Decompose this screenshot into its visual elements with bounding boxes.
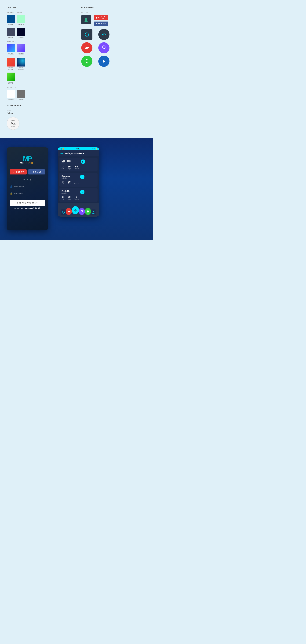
- exercise-name-0: Leg Press gym: [61, 160, 71, 164]
- gradient-label-2: #937FFA#5433FF: [18, 53, 23, 56]
- font-label: FONT: [7, 110, 72, 111]
- svg-point-7: [102, 34, 103, 35]
- colors-block: PRIMARY COLORS #004E92 #A5FECB #414962: [7, 12, 72, 100]
- workout-title: Today's Workout: [65, 152, 84, 155]
- stat-label-pounds-2: Pounds: [74, 198, 79, 200]
- typography-block: TYPOGRAPHY FONT Roboto Roboto Aa Medium: [7, 104, 72, 130]
- stat-sets-2: 3 Sets: [61, 196, 64, 200]
- gradient-swatch-wrap-3: #F85032#E73837: [7, 58, 15, 70]
- svg-point-8: [104, 34, 104, 35]
- exercise-stats-2: 3 Sets 50 Reps 0 Pounds: [61, 196, 95, 200]
- font-circle-label: Roboto: [11, 120, 15, 121]
- google-signup-label: SIGN UP: [100, 16, 106, 19]
- color-swatch-wrap-4: #000428: [17, 28, 25, 38]
- gradient-swatch-4: [17, 58, 25, 66]
- battery-indicator: 100% 🔋: [92, 148, 97, 150]
- neutrals-subtitle: NEUTRALS: [7, 87, 72, 88]
- exercise-name-text-1: Running: [61, 175, 70, 177]
- gradient-swatch-wrap-4: #000046#1CB5E0: [17, 58, 25, 70]
- font-circle-weight: Medium: [11, 126, 15, 128]
- avatar-nav-icon[interactable]: [91, 209, 96, 215]
- lock-icon: 🔒: [10, 192, 12, 195]
- play-button-2[interactable]: ▶: [80, 190, 84, 194]
- dots-dark-icon: [98, 29, 109, 40]
- color-label-4: #000428: [18, 37, 23, 38]
- logo-name: MODIPHIT: [20, 162, 35, 164]
- stat-val-pounds-1: -: [74, 180, 79, 183]
- svg-rect-5: [86, 32, 87, 33]
- svg-line-4: [87, 34, 88, 35]
- status-bar: ▐▐▐ 📶 9:41 100% 🔋: [58, 147, 99, 150]
- battery-icon: 🔋: [96, 148, 97, 150]
- neutral-row: #FFFFFF #707070: [7, 90, 72, 100]
- stat-label-miles-1: Miles: [68, 183, 71, 185]
- gradient-row-2: #F85032#E73837 #000046#1CB5E0: [7, 58, 72, 70]
- play-blue-icon[interactable]: [98, 56, 109, 67]
- stat-label-pounds-0: Pounds: [74, 168, 79, 170]
- font-circle-aa: Aa: [10, 121, 16, 126]
- svg-point-22: [85, 60, 86, 61]
- dark-color-row: #414962 #000428: [7, 28, 72, 38]
- username-input[interactable]: [14, 186, 45, 188]
- play-button-0[interactable]: ▶: [81, 160, 85, 164]
- app-section: MP MODIPHIT g+ SIGN UP f SIGN UP ✦ ✦ ✦: [0, 138, 153, 240]
- facebook-login-button[interactable]: f SIGN UP: [28, 169, 45, 174]
- facebook-icon: f: [96, 22, 97, 25]
- svg-point-9: [105, 34, 106, 35]
- color-swatch-4: [17, 28, 25, 36]
- head-nav-icon[interactable]: [79, 208, 85, 215]
- stat-pounds-1: - Pounds: [74, 180, 79, 185]
- battery-percent: 100%: [92, 148, 95, 150]
- dots-fab-icon[interactable]: [72, 206, 79, 214]
- google-signup-button[interactable]: g+ SIGN UP: [94, 15, 108, 20]
- shoe-nav-icon[interactable]: [66, 208, 72, 215]
- stat-val-sets-0: 3: [61, 165, 64, 168]
- stat-reps-2: 50 Reps: [68, 196, 71, 200]
- neutral-swatch-1: [7, 90, 15, 98]
- exercise-location-1: outside: [61, 177, 70, 179]
- body-green-icon: [81, 56, 92, 67]
- gradient-row-1: #5433FF#20BDFF #937FFA#5433FF: [7, 44, 72, 56]
- colors-title: COLORS: [7, 6, 72, 9]
- neutral-label-2: #707070: [18, 99, 23, 100]
- password-field[interactable]: 🔒: [10, 191, 45, 196]
- login-link: Already have an account? LOGIN: [14, 207, 40, 209]
- login-link-text[interactable]: LOGIN: [35, 207, 40, 209]
- gradients-subtitle: GRADIENTS: [7, 41, 72, 42]
- primary-colors-subtitle: PRIMARY COLORS: [7, 12, 72, 13]
- create-account-button[interactable]: CREATE ACCOUNT: [10, 200, 45, 206]
- exercise-name-2: Push-Up anywhere: [61, 190, 70, 194]
- already-account-text: Already have an account?: [14, 207, 34, 209]
- gradient-swatch-1: [7, 44, 15, 52]
- google-login-label: SIGN UP: [16, 171, 24, 173]
- google-icon: g+: [96, 16, 99, 19]
- create-account-label: CREATE ACCOUNT: [17, 202, 38, 204]
- exercise-stats-0: 3 Sets 50 Reps 50 Pounds: [61, 165, 95, 170]
- exercise-card-0: Leg Press gym ▶ › 3 Sets 50 Reps 50 Poun…: [59, 158, 97, 172]
- color-swatch-wrap-2: #A5FECB: [17, 15, 25, 25]
- divider-icon: ✦ ✦ ✦: [23, 178, 32, 182]
- font-circle: Roboto Aa Medium: [7, 117, 19, 130]
- typography-title: TYPOGRAPHY: [7, 104, 72, 107]
- timer-nav-icon[interactable]: [61, 209, 66, 215]
- exercise-name-1: Running outside: [61, 175, 70, 179]
- svg-point-31: [76, 210, 77, 210]
- bottom-nav: [58, 203, 99, 216]
- google-login-button[interactable]: g+ SIGN UP: [10, 169, 27, 174]
- card-header-1: Running outside ▶ ›: [61, 175, 95, 179]
- body-nav-icon[interactable]: [85, 208, 91, 215]
- svg-point-35: [87, 210, 88, 211]
- stat-label-sets-2: Sets: [61, 198, 64, 200]
- svg-point-13: [103, 35, 104, 36]
- gradient-swatch-3: [7, 58, 15, 66]
- username-field[interactable]: 👤: [10, 184, 45, 189]
- facebook-signup-button[interactable]: f SIGN UP: [94, 22, 108, 26]
- svg-point-16: [104, 48, 105, 49]
- chevron-right-1: ›: [94, 176, 95, 178]
- spec-section: COLORS PRIMARY COLORS #004E92 #A5FECB: [0, 0, 153, 138]
- svg-point-28: [75, 209, 76, 210]
- svg-point-34: [82, 212, 82, 212]
- password-input[interactable]: [14, 192, 45, 195]
- facebook-f-icon: f: [32, 171, 32, 173]
- play-button-1[interactable]: ▶: [80, 175, 84, 179]
